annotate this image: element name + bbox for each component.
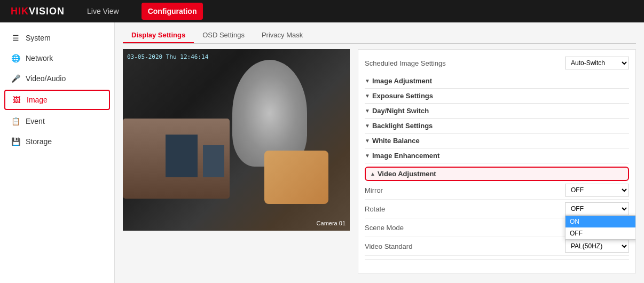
- logo-white: VISION: [29, 6, 65, 17]
- scheduled-image-select[interactable]: Auto-Switch Scheduled Always Day Always …: [565, 57, 629, 69]
- top-navigation: HIKVISION Live View Configuration: [0, 0, 644, 22]
- video-adjustment-label: Video Adjustment: [378, 170, 436, 178]
- scheduled-image-row: Scheduled Image Settings Auto-Switch Sch…: [365, 54, 629, 74]
- sidebar-label-image: Image: [27, 96, 48, 104]
- rotate-dropdown-on[interactable]: ON: [566, 216, 636, 227]
- image-enhancement-label: Image Enhancement: [372, 152, 439, 160]
- white-balance-arrow: ▼: [365, 138, 370, 144]
- exposure-settings-header[interactable]: ▼ Exposure Settings: [365, 92, 629, 100]
- image-adjustment-header[interactable]: ▼ Image Adjustment: [365, 77, 629, 85]
- image-adjustment-label: Image Adjustment: [372, 77, 432, 85]
- image-icon: 🖼: [12, 95, 21, 105]
- white-balance-section: ▼ White Balance: [365, 133, 629, 148]
- sidebar-label-network: Network: [26, 54, 53, 62]
- image-adjustment-arrow: ▼: [365, 78, 370, 84]
- sidebar-item-event[interactable]: 📋 Event: [0, 111, 114, 131]
- scene-mode-label: Scene Mode: [365, 224, 429, 232]
- sidebar: ☰ System 🌐 Network 🎤 Video/Audio 🖼 Image…: [0, 22, 115, 283]
- sidebar-label-event: Event: [26, 117, 45, 125]
- image-enhancement-section: ▼ Image Enhancement: [365, 148, 629, 163]
- day-night-label: Day/Night Switch: [372, 107, 429, 115]
- tab-display-settings[interactable]: Display Settings: [123, 28, 194, 43]
- cam-decor-5: [203, 145, 224, 177]
- tab-osd-settings[interactable]: OSD Settings: [194, 28, 253, 43]
- video-adjustment-arrow: ▲: [370, 171, 375, 177]
- white-balance-header[interactable]: ▼ White Balance: [365, 137, 629, 145]
- day-night-header[interactable]: ▼ Day/Night Switch: [365, 107, 629, 115]
- network-icon: 🌐: [11, 53, 20, 63]
- content-area: Display Settings OSD Settings Privacy Ma…: [115, 22, 644, 283]
- scheduled-image-label: Scheduled Image Settings: [365, 59, 446, 67]
- live-view-nav[interactable]: Live View: [81, 3, 125, 20]
- two-column-layout: 03-05-2020 Thu 12:46:14 Camera 01 Schedu…: [123, 49, 636, 273]
- sidebar-label-video-audio: Video/Audio: [26, 74, 66, 83]
- sidebar-item-network[interactable]: 🌐 Network: [0, 48, 114, 68]
- cam-decor-3: [264, 151, 328, 204]
- tab-privacy-mask[interactable]: Privacy Mask: [253, 28, 311, 43]
- video-audio-icon: 🎤: [11, 74, 20, 83]
- rotate-value: OFF ON ON OFF: [565, 202, 629, 215]
- scheduled-image-value: Auto-Switch Scheduled Always Day Always …: [565, 57, 629, 69]
- camera-preview-panel: 03-05-2020 Thu 12:46:14 Camera 01: [123, 49, 350, 273]
- backlight-section: ▼ Backlight Settings: [365, 119, 629, 133]
- image-adjustment-section: ▼ Image Adjustment: [365, 74, 629, 89]
- rotate-dropdown-off[interactable]: OFF: [566, 227, 636, 239]
- event-icon: 📋: [11, 116, 20, 126]
- exposure-settings-section: ▼ Exposure Settings: [365, 89, 629, 104]
- sidebar-label-storage: Storage: [26, 137, 52, 146]
- mirror-value: OFF ON: [565, 184, 629, 196]
- camera-label: Camera 01: [317, 220, 345, 226]
- sidebar-item-image[interactable]: 🖼 Image: [4, 90, 110, 110]
- mirror-row: Mirror OFF ON: [365, 181, 629, 200]
- backlight-header[interactable]: ▼ Backlight Settings: [365, 122, 629, 130]
- video-adjustment-section: ▲ Video Adjustment Mirror OFF ON: [365, 163, 629, 260]
- camera-image: 03-05-2020 Thu 12:46:14 Camera 01: [123, 49, 350, 231]
- backlight-arrow: ▼: [365, 123, 370, 129]
- sidebar-item-storage[interactable]: 💾 Storage: [0, 131, 114, 152]
- backlight-label: Backlight Settings: [372, 122, 433, 130]
- cam-decor-4: [166, 135, 198, 177]
- image-enhancement-arrow: ▼: [365, 153, 370, 159]
- video-standard-value: PAL(50HZ) NTSC(60HZ): [565, 240, 629, 253]
- camera-timestamp: 03-05-2020 Thu 12:46:14: [127, 53, 208, 60]
- storage-icon: 💾: [11, 137, 20, 146]
- exposure-settings-label: Exposure Settings: [372, 92, 433, 100]
- video-adjustment-box: ▲ Video Adjustment: [365, 167, 629, 181]
- settings-panel: Scheduled Image Settings Auto-Switch Sch…: [358, 49, 636, 273]
- main-layout: ☰ System 🌐 Network 🎤 Video/Audio 🖼 Image…: [0, 22, 644, 283]
- video-standard-label: Video Standard: [365, 242, 429, 250]
- video-standard-select[interactable]: PAL(50HZ) NTSC(60HZ): [565, 240, 629, 253]
- exposure-settings-arrow: ▼: [365, 93, 370, 99]
- image-enhancement-header[interactable]: ▼ Image Enhancement: [365, 152, 629, 160]
- video-standard-row: Video Standard PAL(50HZ) NTSC(60HZ): [365, 237, 629, 256]
- tab-bar: Display Settings OSD Settings Privacy Ma…: [123, 28, 636, 44]
- day-night-section: ▼ Day/Night Switch: [365, 104, 629, 119]
- rotate-select[interactable]: OFF ON: [565, 202, 629, 215]
- sidebar-item-video-audio[interactable]: 🎤 Video/Audio: [0, 68, 114, 89]
- mirror-label: Mirror: [365, 186, 429, 194]
- system-icon: ☰: [11, 33, 20, 43]
- mirror-select[interactable]: OFF ON: [565, 184, 629, 196]
- sidebar-item-system[interactable]: ☰ System: [0, 28, 114, 48]
- sidebar-label-system: System: [26, 34, 51, 42]
- brand-logo: HIKVISION: [11, 6, 65, 17]
- video-adjustment-header[interactable]: ▲ Video Adjustment: [370, 170, 624, 178]
- logo-red: HIK: [11, 6, 29, 17]
- day-night-arrow: ▼: [365, 108, 370, 114]
- white-balance-label: White Balance: [372, 137, 420, 145]
- configuration-nav[interactable]: Configuration: [142, 3, 203, 20]
- rotate-dropdown-open[interactable]: ON OFF: [565, 215, 636, 240]
- rotate-label: Rotate: [365, 205, 429, 213]
- rotate-row: Rotate OFF ON ON OFF: [365, 200, 629, 218]
